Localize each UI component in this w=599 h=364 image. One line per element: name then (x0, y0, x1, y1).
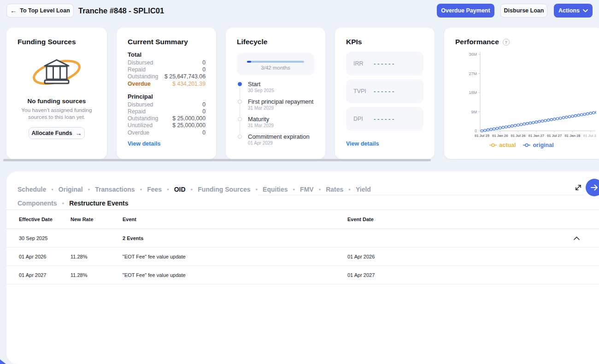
svg-text:27M: 27M (469, 71, 477, 76)
legend-original[interactable]: original (523, 142, 553, 148)
funding-empty-text: You haven't assigned funding sources to … (18, 107, 95, 120)
current-summary-title: Current Summary (128, 38, 188, 46)
lifecycle-title: Lifecycle (237, 38, 267, 46)
actions-label: Actions (558, 7, 580, 14)
overdue-payment-label: Overdue Payment (441, 7, 490, 14)
back-arrow-icon: ← (10, 7, 17, 14)
table-group-row[interactable]: 30 Sep 2025 2 Events (6, 229, 599, 247)
summary-row-value: 0 (202, 59, 206, 66)
svg-text:01 Jan 28: 01 Jan 28 (564, 134, 580, 138)
lifecycle-progress-bar (247, 61, 304, 63)
summary-row: Repaid 0 (128, 66, 206, 73)
summary-row-value: 0 (202, 66, 206, 73)
collapse-row-button[interactable] (574, 236, 580, 240)
kpi-value-placeholder: ------ (374, 88, 396, 95)
bank-icon (29, 54, 84, 89)
svg-text:01 Jul 27: 01 Jul 27 (547, 134, 562, 138)
svg-text:01 Jul 28: 01 Jul 28 (583, 134, 596, 138)
cell-new-rate: 11.28% (70, 254, 88, 259)
milestone-commitment-expiration: Commitment expiration 01 Apr 2029 (238, 133, 313, 151)
lifecycle-progress-box: 3/42 months (237, 53, 314, 75)
summary-row: Disbursed 0 (128, 59, 206, 66)
lifecycle-card: Lifecycle 3/42 months Start 30 Sep 2025 … (226, 28, 325, 159)
summary-row-label: Unutilized (128, 122, 153, 129)
summary-view-details-link[interactable]: View details (128, 141, 160, 147)
milestone-date: 01 Apr 2029 (248, 140, 313, 146)
milestone-name: Maturity (248, 116, 313, 123)
tab-original[interactable]: Original (46, 186, 82, 193)
svg-text:01 Jan 26: 01 Jan 26 (492, 134, 508, 138)
tab-schedule[interactable]: Schedule (18, 186, 46, 193)
table-row[interactable]: 01 Apr 2026 11.28% "EOT Fee" fee value u… (6, 247, 599, 266)
svg-text:9M: 9M (471, 110, 477, 114)
performance-card: Performance ? 09M18M27M36M01 Jul 2501 Ja… (444, 28, 599, 159)
summary-row-value: $ 434,201.39 (172, 81, 206, 88)
tab-row-2: Components Restructure Events (18, 196, 478, 210)
svg-text:01 Jul 25: 01 Jul 25 (475, 134, 490, 138)
disburse-loan-button[interactable]: Disburse Loan (500, 4, 547, 18)
summary-row-value: 0 (202, 101, 206, 108)
overdue-payment-button[interactable]: Overdue Payment (437, 4, 494, 18)
kpi-label: TVPI (353, 88, 374, 94)
summary-row: Outstanding $ 25,647,743.06 (128, 73, 206, 80)
tab-rates[interactable]: Rates (314, 186, 344, 193)
summary-row-overdue: Overdue $ 434,201.39 (128, 81, 206, 88)
lifecycle-progress-label: 3/42 months (237, 65, 314, 70)
corner-launcher-peek[interactable] (0, 359, 6, 364)
group-event-count: 2 Events (123, 235, 143, 241)
help-icon[interactable]: ? (503, 39, 510, 46)
tab-funding-sources[interactable]: Funding Sources (186, 186, 251, 193)
tab-fees[interactable]: Fees (135, 186, 162, 193)
kpi-label: DPI (353, 116, 374, 122)
next-panel-button[interactable] (586, 179, 599, 196)
svg-text:0: 0 (475, 129, 477, 133)
table-row[interactable]: 01 Apr 2027 11.28% "EOT Fee" fee value u… (6, 266, 599, 284)
milestone-start: Start 30 Sep 2025 (238, 81, 313, 98)
summary-section-name: Total (128, 51, 206, 58)
legend-marker-original-icon (523, 143, 530, 147)
summary-row: Unutilized $ 25,000,000 (128, 122, 206, 129)
legend-actual[interactable]: actual (489, 142, 516, 148)
svg-text:01 Jan 27: 01 Jan 27 (529, 134, 544, 138)
summary-row: Outstanding $ 25,000,000 (128, 115, 206, 122)
summary-row-label: Disbursed (128, 59, 153, 66)
kpis-card: KPIs IRR ------ TVPI ------ DPI ------ V… (335, 28, 435, 159)
summary-row-label: Overdue (128, 129, 149, 136)
summary-row-value: 0 (202, 129, 206, 136)
tab-restructure-events[interactable]: Restructure Events (57, 200, 129, 207)
tab-yield[interactable]: Yield (343, 186, 371, 193)
cell-effective-date: 01 Apr 2027 (19, 272, 46, 278)
column-header-effective-date: Effective Date (19, 217, 53, 222)
svg-text:18M: 18M (469, 90, 477, 95)
allocate-funds-label: Allocate Funds (31, 130, 72, 136)
kpis-view-details-link[interactable]: View details (346, 141, 379, 147)
kpi-irr: IRR ------ (346, 52, 423, 76)
cell-event-date: 01 Apr 2027 (347, 272, 375, 278)
cell-event-date: 01 Apr 2026 (347, 254, 375, 259)
group-effective-date: 30 Sep 2025 (19, 235, 47, 241)
milestone-first-principal-repayment: First principal repayment 31 Mar 2029 (238, 98, 313, 116)
tab-row-1: Schedule Original Transactions Fees OID … (18, 182, 478, 196)
disburse-loan-label: Disburse Loan (504, 7, 544, 14)
tab-equities[interactable]: Equities (251, 186, 288, 193)
chevron-down-icon (583, 9, 588, 12)
legend-label: original (533, 142, 553, 148)
tab-transactions[interactable]: Transactions (83, 186, 135, 193)
summary-section-total: Total Disbursed 0 Repaid 0 Outstanding $… (128, 51, 206, 88)
tab-fmv[interactable]: FMV (288, 186, 314, 193)
cards-horizontal-scrollbar[interactable] (3, 159, 431, 161)
cell-new-rate: 11.28% (70, 272, 88, 278)
back-to-top-level-loan-button[interactable]: ← To Top Level Loan (6, 4, 74, 18)
expand-button[interactable] (574, 183, 582, 192)
back-button-label: To Top Level Loan (20, 7, 70, 14)
tab-oid[interactable]: OID (162, 186, 185, 193)
actions-button[interactable]: Actions (554, 4, 593, 18)
column-header-new-rate: New Rate (70, 217, 94, 222)
cell-event: "EOT Fee" fee value update (123, 254, 186, 259)
allocate-funds-button[interactable]: Allocate Funds → (29, 127, 85, 139)
tab-components[interactable]: Components (18, 200, 57, 207)
milestone-dot (238, 117, 242, 121)
kpi-value-placeholder: ------ (374, 116, 396, 123)
legend-marker-actual-icon (489, 143, 497, 147)
milestone-date: 31 Mar 2029 (248, 105, 313, 111)
